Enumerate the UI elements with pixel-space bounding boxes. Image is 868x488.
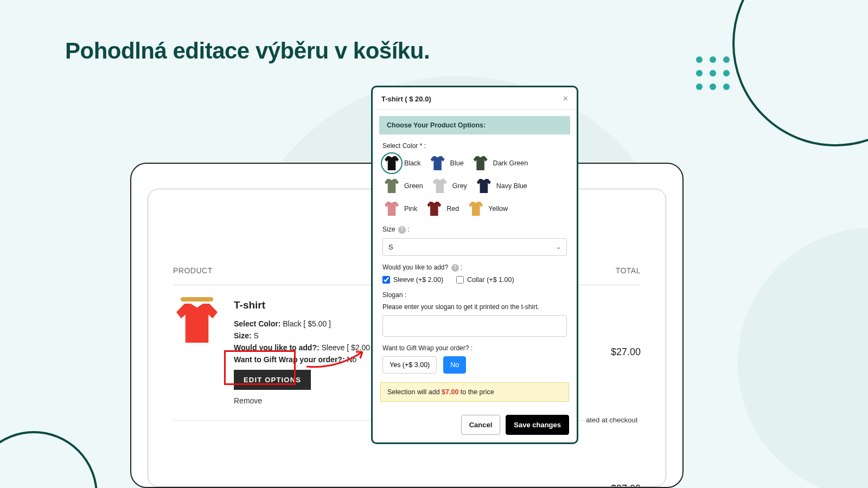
section-color: Select Color * : BlackBlueDark GreenGree… (373, 134, 577, 218)
addon-sleeve[interactable]: Sleeve (+$ 2.00) (382, 276, 443, 284)
color-swatch-pink[interactable]: Pink (382, 200, 417, 218)
remove-link[interactable]: Remove (234, 395, 374, 407)
slogan-label: Slogan : (382, 291, 567, 299)
edit-options-modal: T-shirt ( $ 20.0) × Choose Your Product … (371, 86, 578, 444)
color-swatches: BlackBlueDark GreenGreenGreyNavy BluePin… (382, 154, 567, 218)
giftwrap-yes-button[interactable]: Yes (+$ 3.00) (382, 356, 437, 374)
selection-price-note: Selection will add $7.00 to the price (380, 382, 569, 402)
slogan-help: Please enter your slogan to get it print… (382, 303, 567, 311)
giftwrap-no-button[interactable]: No (443, 356, 466, 374)
cancel-button[interactable]: Cancel (461, 415, 501, 435)
col-product: PRODUCT (173, 266, 213, 275)
page-headline: Pohodlná editace výběru v košíku. (65, 38, 430, 64)
product-info: T-shirt Select Color: Black [ $5.00 ] Si… (234, 297, 374, 407)
annotation-red-box (224, 350, 296, 385)
giftwrap-label: Want to Gift Wrap your order? : (382, 344, 567, 352)
section-giftwrap: Want to Gift Wrap your order? : Yes (+$ … (373, 337, 577, 374)
color-swatch-navy-blue[interactable]: Navy Blue (475, 177, 527, 195)
col-total: TOTAL (616, 266, 641, 275)
color-swatch-green[interactable]: Green (382, 177, 423, 195)
color-label: Select Color * : (382, 142, 567, 150)
deco-circle-top-right (732, 0, 868, 146)
modal-header: T-shirt ( $ 20.0) × (373, 87, 577, 110)
addons-label: Would you like to add? ? : (382, 264, 567, 272)
slogan-input[interactable] (382, 315, 567, 337)
color-swatch-black[interactable]: Black (382, 154, 421, 172)
size-label: Size ? : (382, 226, 567, 234)
save-changes-button[interactable]: Save changes (506, 415, 569, 435)
size-value: S (388, 243, 393, 251)
grand-total: $27.00 (611, 483, 641, 487)
deco-circle-right (738, 228, 868, 488)
color-swatch-red[interactable]: Red (425, 200, 459, 218)
section-size: Size ? : S ⌄ (373, 218, 577, 256)
deco-dot-grid (696, 56, 730, 90)
color-swatch-yellow[interactable]: Yellow (467, 200, 508, 218)
product-name: T-shirt (234, 297, 374, 313)
product-thumbnail (173, 297, 221, 350)
color-swatch-grey[interactable]: Grey (431, 177, 467, 195)
section-addons: Would you like to add? ? : Sleeve (+$ 2.… (373, 256, 577, 284)
size-select[interactable]: S ⌄ (382, 238, 567, 256)
help-icon[interactable]: ? (398, 226, 406, 234)
addon-checkboxes: Sleeve (+$ 2.00) Collar (+$ 1.00) (382, 276, 567, 284)
checkout-note: ated at checkout (586, 416, 637, 424)
cart-summary: $27.00 (173, 483, 641, 487)
opt-size: Size: S (234, 330, 374, 342)
close-icon[interactable]: × (563, 94, 568, 104)
options-banner: Choose Your Product Options: (379, 116, 570, 134)
chevron-down-icon: ⌄ (556, 243, 561, 251)
section-slogan: Slogan : Please enter your slogan to get… (373, 284, 577, 337)
modal-footer: Cancel Save changes (373, 402, 577, 442)
color-swatch-dark-green[interactable]: Dark Green (471, 154, 528, 172)
help-icon[interactable]: ? (451, 264, 459, 272)
addon-collar[interactable]: Collar (+$ 1.00) (456, 276, 514, 284)
modal-title: T-shirt ( $ 20.0) (381, 95, 431, 103)
opt-color: Select Color: Black [ $5.00 ] (234, 318, 374, 330)
deco-circle-bottom-left (0, 431, 98, 488)
line-total: $27.00 (611, 346, 641, 358)
color-swatch-blue[interactable]: Blue (429, 154, 464, 172)
